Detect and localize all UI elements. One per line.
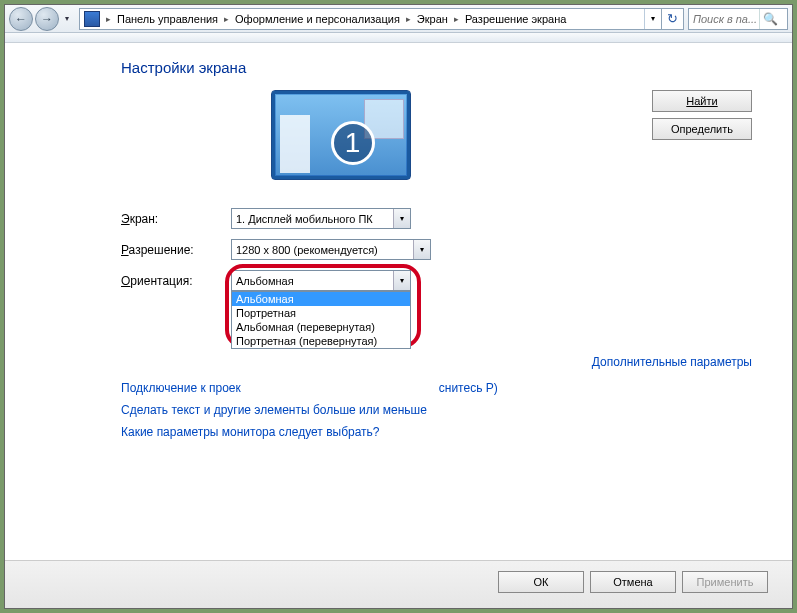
breadcrumb-seg[interactable]: Экран [413,13,452,25]
back-button[interactable]: ← [9,7,33,31]
breadcrumb: ▸ Панель управления ▸ Оформление и персо… [79,8,684,30]
dialog-button-bar: ОК Отмена Применить [5,560,792,608]
screen-select[interactable]: 1. Дисплей мобильного ПК ▾ [231,208,411,229]
orientation-label: Ориентация: [121,274,231,288]
chevron-down-icon[interactable]: ▾ [393,271,410,290]
search-icon[interactable]: 🔍 [759,9,781,29]
page-title: Настройки экрана [121,59,752,76]
nav-history-dropdown[interactable]: ▾ [61,7,73,31]
chevron-down-icon[interactable]: ▾ [413,240,430,259]
screen-label: Экран: [121,212,231,226]
chevron-right-icon: ▸ [404,14,413,24]
projector-link[interactable]: Подключение к проекxxxxxxxxxxxxxxxxxxxxx… [121,381,752,395]
orientation-option[interactable]: Альбомная (перевернутая) [232,320,410,334]
search-input[interactable] [689,13,759,25]
toolbar-strip [5,33,792,43]
address-bar: ← → ▾ ▸ Панель управления ▸ Оформление и… [5,5,792,33]
detect-button[interactable]: Определить [652,118,752,140]
orientation-select[interactable]: Альбомная ▾ Альбомная Портретная Альбомн… [231,270,411,291]
ok-button[interactable]: ОК [498,571,584,593]
chevron-down-icon[interactable]: ▾ [393,209,410,228]
chevron-right-icon: ▸ [452,14,461,24]
orientation-option[interactable]: Альбомная [232,292,410,306]
search-box: 🔍 [688,8,788,30]
monitor-taskbar-decor [280,115,310,173]
content-pane: Настройки экрана 1 Найти Определить Экра… [5,43,792,560]
which-settings-link[interactable]: Какие параметры монитора следует выбрать… [121,425,752,439]
breadcrumb-seg[interactable]: Разрешение экрана [461,13,570,25]
forward-button[interactable]: → [35,7,59,31]
resolution-label: Разрешение: [121,243,231,257]
breadcrumb-seg[interactable]: Оформление и персонализация [231,13,404,25]
path-dropdown[interactable]: ▾ [644,9,661,29]
monitor-number-badge: 1 [331,121,375,165]
monitor-preview[interactable]: 1 [271,90,411,180]
find-button[interactable]: Найти [652,90,752,112]
refresh-button[interactable]: ↻ [661,8,683,30]
advanced-settings-link[interactable]: Дополнительные параметры [121,355,752,369]
chevron-right-icon: ▸ [104,14,113,24]
orientation-dropdown-list: Альбомная Портретная Альбомная (переверн… [231,291,411,349]
window: ← → ▾ ▸ Панель управления ▸ Оформление и… [4,4,793,609]
breadcrumb-seg[interactable]: Панель управления [113,13,222,25]
control-panel-icon [84,11,100,27]
chevron-right-icon: ▸ [222,14,231,24]
cancel-button[interactable]: Отмена [590,571,676,593]
orientation-option[interactable]: Портретная (перевернутая) [232,334,410,348]
text-size-link[interactable]: Сделать текст и другие элементы больше и… [121,403,752,417]
apply-button[interactable]: Применить [682,571,768,593]
orientation-option[interactable]: Портретная [232,306,410,320]
resolution-select[interactable]: 1280 x 800 (рекомендуется) ▾ [231,239,431,260]
